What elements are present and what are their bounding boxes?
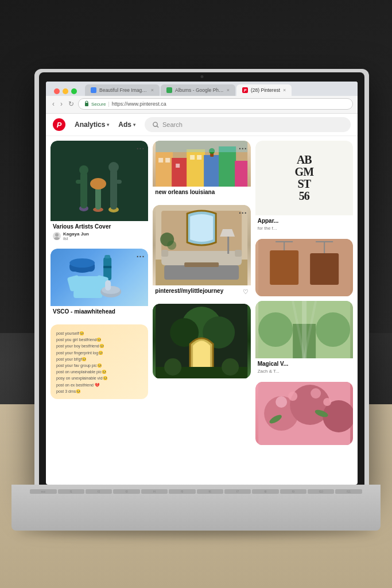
tab-close-pinterest[interactable]: × [283, 87, 286, 93]
column-1: Various Artists Cover Kagaya Jun ilst [51, 141, 148, 471]
pin-living-room[interactable]: pinterest//mylittlejourney ♡ ··· [153, 205, 250, 299]
type-line-3: ST [295, 178, 313, 190]
nola-meta: new orleans louisiana [153, 187, 250, 200]
key-f1[interactable]: f1 [58, 489, 84, 494]
svg-point-53 [167, 241, 176, 250]
pin-magical[interactable]: Magical V... Zach & T... [255, 301, 353, 377]
address-bar-area: ‹ › ↻ Secure | https://www.pinterest.ca [46, 96, 358, 113]
ads-nav-item[interactable]: Ads ▾ [118, 121, 135, 129]
magical-image [255, 301, 353, 358]
pin-vsco[interactable]: VSCO - miaawhitehead ··· [51, 249, 148, 320]
magical-subtitle: Zach & T... [258, 369, 351, 374]
minimize-button[interactable] [63, 88, 68, 94]
tab-pinterest[interactable]: P (28) Pinterest × [236, 84, 292, 96]
svg-point-69 [258, 312, 293, 347]
living-room-meta: pinterest//mylittlejourney ♡ [153, 285, 250, 299]
pin-typography[interactable]: AB GM ST 56 Appar... for the f... [255, 141, 353, 234]
key-f2[interactable]: f2 [86, 489, 112, 494]
tab-images[interactable]: Beautiful Free Images & Pictur... × [85, 84, 160, 96]
living-room-more-button[interactable]: ··· [239, 208, 247, 218]
type-line-4: 56 [295, 190, 313, 202]
svg-point-80 [288, 392, 297, 401]
reload-button[interactable]: ↻ [67, 99, 76, 109]
nola-title: new orleans louisiana [155, 189, 248, 195]
pinterest-logo-text: P [57, 121, 62, 129]
apparel-image [255, 239, 353, 296]
pin-apparel[interactable] [255, 239, 353, 296]
key-esc[interactable]: esc [30, 489, 56, 494]
living-room-image [153, 205, 250, 285]
column-2: new orleans louisiana ··· [153, 141, 250, 471]
tab-close-images[interactable]: × [151, 87, 154, 93]
pin-flowers[interactable] [255, 382, 353, 445]
key-f3[interactable]: f3 [113, 489, 139, 494]
pin-new-orleans[interactable]: new orleans louisiana ··· [153, 141, 250, 200]
svg-rect-62 [270, 250, 298, 285]
nature-door-illustration [153, 304, 250, 378]
svg-rect-4 [80, 171, 87, 208]
svg-point-82 [323, 398, 331, 406]
address-bar[interactable]: Secure | https://www.pinterest.ca [78, 98, 353, 110]
maximize-button[interactable] [71, 88, 77, 94]
text-line-5: post your bf/gf🥺 [56, 356, 142, 362]
vsco-more-button[interactable]: ··· [137, 252, 145, 261]
key-f8[interactable]: f8 [252, 489, 278, 494]
svg-rect-20 [104, 255, 110, 258]
key-f11[interactable]: f11 [335, 489, 362, 494]
avatar-icon [53, 232, 61, 240]
pinterest-logo[interactable]: P [53, 118, 65, 131]
pin-nature-door[interactable] [153, 304, 250, 378]
window-controls [49, 86, 81, 95]
key-f6[interactable]: f6 [197, 489, 223, 494]
secure-label: Secure [91, 102, 106, 107]
tab-title-photos: Albums - Google Photos [175, 87, 224, 93]
search-bar[interactable]: Search [145, 117, 351, 132]
svg-point-70 [316, 312, 350, 347]
pin-artists-cover[interactable]: Various Artists Cover Kagaya Jun ilst [51, 141, 148, 244]
svg-rect-46 [164, 265, 239, 280]
pin-text-post[interactable]: post yourself🥺 post you girl bestfriend🥺… [51, 324, 148, 399]
svg-point-14 [55, 233, 59, 237]
svg-rect-35 [158, 158, 163, 163]
back-button[interactable]: ‹ [51, 99, 56, 109]
key-f10[interactable]: f10 [308, 489, 334, 494]
nola-more-button[interactable]: ··· [239, 144, 247, 153]
forward-button[interactable]: › [59, 99, 64, 109]
nola-image [153, 141, 250, 187]
pinterest-nav: P Analytics ▾ Ads ▾ Search [46, 114, 358, 136]
svg-rect-0 [85, 103, 88, 106]
laptop-container: Beautiful Free Images & Pictur... × Albu… [0, 0, 392, 588]
laptop-keyboard-base: esc f1 f2 f3 f4 f5 f6 f7 f8 f9 f10 f11 [11, 485, 381, 531]
flowers-image [255, 382, 353, 445]
key-f4[interactable]: f4 [141, 489, 168, 494]
column-3: AB GM ST 56 Appar... for the f... [255, 141, 353, 471]
tab-photos[interactable]: Albums - Google Photos × [161, 84, 235, 96]
svg-rect-49 [235, 250, 242, 257]
artists-cover-more-button[interactable]: ··· [137, 144, 145, 153]
search-icon [153, 122, 159, 128]
heart-icon[interactable]: ♡ [243, 288, 249, 296]
artists-cover-title: Various Artists Cover [53, 223, 146, 230]
svg-rect-63 [310, 253, 339, 285]
svg-point-79 [275, 396, 287, 408]
text-post-lines: post yourself🥺 post you girl bestfriend🥺… [56, 330, 142, 394]
author-name: Kagaya Jun ilst [63, 231, 89, 241]
apparel-illustration [255, 239, 353, 296]
key-f5[interactable]: f5 [169, 489, 195, 494]
svg-rect-50 [184, 262, 219, 267]
tab-close-photos[interactable]: × [227, 87, 230, 93]
svg-rect-13 [116, 180, 122, 184]
svg-rect-11 [110, 168, 117, 210]
ads-label: Ads [118, 121, 131, 129]
nature-door-image [153, 304, 250, 378]
type-line-1: AB [295, 154, 313, 166]
close-button[interactable] [54, 88, 60, 94]
svg-rect-38 [190, 155, 195, 160]
text-post-content: post yourself🥺 post you girl bestfriend🥺… [51, 324, 148, 399]
key-f7[interactable]: f7 [224, 489, 251, 494]
typography-subtitle: for the f... [258, 226, 351, 231]
analytics-nav-item[interactable]: Analytics ▾ [75, 121, 109, 129]
key-f9[interactable]: f9 [280, 489, 306, 494]
screen-bezel: Beautiful Free Images & Pictur... × Albu… [39, 72, 364, 492]
svg-rect-48 [161, 250, 168, 257]
